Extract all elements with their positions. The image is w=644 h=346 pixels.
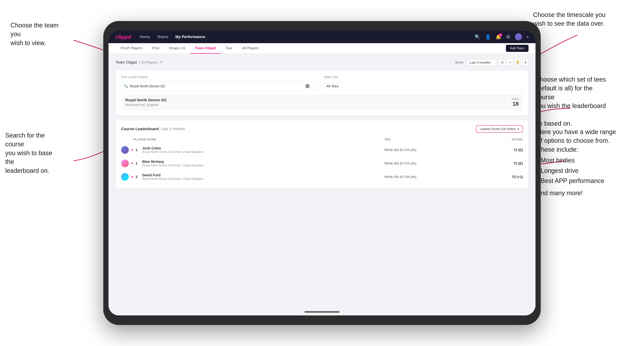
tab-pgat-players[interactable]: PGAT Players [116, 43, 147, 54]
player-info: Josh Coles Royal North Devon Golf Club, … [142, 146, 204, 154]
tablet-screen: clippd Home Teams My Performance 🔍 👤 🔔 1… [108, 30, 536, 316]
course-location: Westward Ho!, England [125, 103, 167, 107]
bullet-drive: Longest drive [541, 166, 616, 175]
list-view-button[interactable]: ≡ [507, 59, 513, 65]
annotation-course-search-text: Search for the course you wish to base t… [5, 132, 52, 174]
tab-pga[interactable]: PGA [147, 43, 164, 54]
holes-number: 18 [512, 101, 519, 107]
tee-cell: White (M) (6,744 yds) [384, 143, 487, 157]
player-count: | 14 Players [139, 60, 157, 64]
player-info: Blair McHarg Royal North Devon Golf Club… [142, 160, 204, 167]
score-value: 72 (E) [514, 148, 523, 152]
main-content: Team Clippd | 14 Players ✎ Show: Last 3 … [108, 54, 536, 316]
tab-hcaps[interactable]: Hcaps 1-5 [164, 43, 190, 54]
and-more-text: and many more! [537, 189, 616, 197]
nav-logo: clippd [116, 34, 131, 40]
table-row: ♥ 3 David Ford Royal North Devon Golf Cl… [121, 170, 523, 184]
avatar-chevron: ▾ [527, 35, 528, 39]
course-search-input[interactable] [130, 84, 304, 88]
heart-icon[interactable]: ♥ [131, 148, 133, 152]
tee-value: White (M) (6,744 yds) [384, 148, 416, 152]
tab-tour[interactable]: Tour [221, 43, 237, 54]
tee-value: White (M) (6,744 yds) [384, 162, 416, 165]
show-select[interactable]: Last 3 months [467, 59, 496, 65]
view-icons: ⊞ ≡ 🏆 ⬇ [499, 59, 528, 65]
annotation-tee-choice: Choose which set of tees (default is all… [536, 75, 609, 128]
leaderboard-table: PLAYER NAME TEE SCORE ♥ 1 Josh C [121, 136, 523, 184]
sub-nav: PGAT Players PGA Hcaps 1-5 Team Clippd T… [108, 43, 536, 54]
player-rank: 3 [136, 175, 140, 179]
score-cell: 72 (E) [487, 143, 523, 157]
bullet-app: Best APP performance [541, 176, 616, 185]
score-filter-wrapper[interactable]: Lowest Score (18 holes) ▾ [476, 125, 523, 133]
team-name: Team Clippd [116, 60, 137, 65]
nav-links: Home Teams My Performance [140, 35, 474, 39]
course-search-input-wrapper: 🔍 ✕ ☆ [121, 81, 320, 91]
home-indicator [304, 311, 340, 313]
team-controls: Show: Last 3 months ⊞ ≡ 🏆 ⬇ [455, 59, 528, 65]
notifications-button[interactable]: 🔔 1 [496, 34, 501, 40]
score-filter-chevron: ▾ [518, 127, 519, 131]
trophy-view-button[interactable]: 🏆 [514, 59, 521, 65]
player-avatar [121, 173, 129, 181]
score-options-list: Most birdies Longest drive Best APP perf… [541, 156, 616, 185]
user-avatar[interactable] [515, 33, 522, 40]
col-player: PLAYER NAME [121, 136, 384, 143]
notification-badge: 1 [499, 33, 502, 37]
player-club: Royal North Devon Golf Club, United King… [142, 150, 204, 154]
col-tee: TEE [384, 136, 487, 143]
search-button[interactable]: 🔍 [474, 34, 480, 40]
table-header-row: PLAYER NAME TEE SCORE [121, 136, 523, 143]
heart-icon[interactable]: ♥ [131, 175, 133, 179]
table-row: ♥ 1 Blair McHarg Royal North Devon Golf … [121, 157, 523, 170]
search-inputs-row: 🔍 ✕ ☆ All Tees White (M) Yellow (M) Red … [121, 81, 523, 91]
nav-icons: 🔍 👤 🔔 1 ⚙ ▾ [474, 33, 528, 40]
score-filter-text: Lowest Score (18 holes) [480, 127, 516, 131]
player-club: Royal North Devon Golf Club, United King… [142, 177, 204, 181]
tablet-frame: clippd Home Teams My Performance 🔍 👤 🔔 1… [103, 21, 541, 325]
settings-button[interactable]: ⚙ [506, 34, 510, 40]
player-avatar [121, 146, 129, 154]
player-cell: ♥ 3 David Ford Royal North Devon Golf Cl… [121, 170, 384, 184]
course-name: Royal North Devon GC [125, 98, 167, 102]
team-title: Team Clippd | 14 Players ✎ [116, 60, 162, 65]
annotation-score-options: Here you have a wide range of options to… [537, 128, 616, 198]
tee-select-wrapper: All Tees White (M) Yellow (M) Red (F) [324, 82, 523, 90]
favorite-button[interactable]: ☆ [311, 83, 318, 89]
annotation-team-choice: Choose the team you wish to view. [10, 21, 66, 47]
tab-all-players[interactable]: All Players [237, 43, 264, 54]
bullet-birdies: Most birdies [541, 156, 616, 165]
nav-link-home[interactable]: Home [140, 35, 150, 39]
download-button[interactable]: ⬇ [522, 59, 528, 65]
annotation-timescale-text: Choose the timescale you wish to see the… [533, 11, 606, 27]
heart-icon[interactable]: ♥ [131, 162, 133, 165]
table-row: ♥ 1 Josh Coles Royal North Devon Golf Cl… [121, 143, 523, 157]
profile-button[interactable]: 👤 [485, 34, 491, 40]
nav-link-teams[interactable]: Teams [157, 35, 168, 39]
search-icon: 🔍 [124, 84, 128, 88]
team-header: Team Clippd | 14 Players ✎ Show: Last 3 … [116, 59, 528, 65]
tee-select[interactable]: All Tees White (M) Yellow (M) Red (F) [324, 82, 523, 90]
clear-search-button[interactable]: ✕ [306, 84, 310, 88]
player-info: David Ford Royal North Devon Golf Club, … [142, 173, 204, 181]
player-cell: ♥ 1 Blair McHarg Royal North Devon Golf … [121, 157, 384, 170]
nav-link-performance[interactable]: My Performance [175, 35, 205, 39]
tab-team-clippd[interactable]: Team Clippd [190, 43, 221, 54]
grid-view-button[interactable]: ⊞ [499, 59, 506, 65]
annotation-score-options-text: Here you have a wide range of options to… [537, 128, 616, 153]
score-cell: 73 (+1) [487, 170, 523, 184]
find-course-label: Find a Golf Course [121, 75, 320, 79]
leaderboard-header: Course Leaderboard, Last 3 months Lowest… [121, 125, 523, 133]
add-team-button[interactable]: Add Team [506, 45, 528, 52]
score-value: 73 (+1) [512, 175, 523, 179]
player-name: Josh Coles [142, 146, 204, 150]
player-name: David Ford [142, 173, 204, 177]
nav-bar: clippd Home Teams My Performance 🔍 👤 🔔 1… [108, 30, 536, 43]
player-name: Blair McHarg [142, 160, 204, 164]
annotation-course-search: Search for the course you wish to base t… [5, 131, 61, 175]
annotation-team-choice-text: Choose the team you wish to view. [10, 22, 58, 46]
course-search-card: Find a Golf Course Select Tee 🔍 ✕ ☆ All … [116, 70, 528, 116]
sub-nav-tabs: PGAT Players PGA Hcaps 1-5 Team Clippd T… [116, 43, 506, 54]
edit-team-icon[interactable]: ✎ [160, 60, 162, 64]
tee-cell: White (M) (6,744 yds) [384, 170, 487, 184]
